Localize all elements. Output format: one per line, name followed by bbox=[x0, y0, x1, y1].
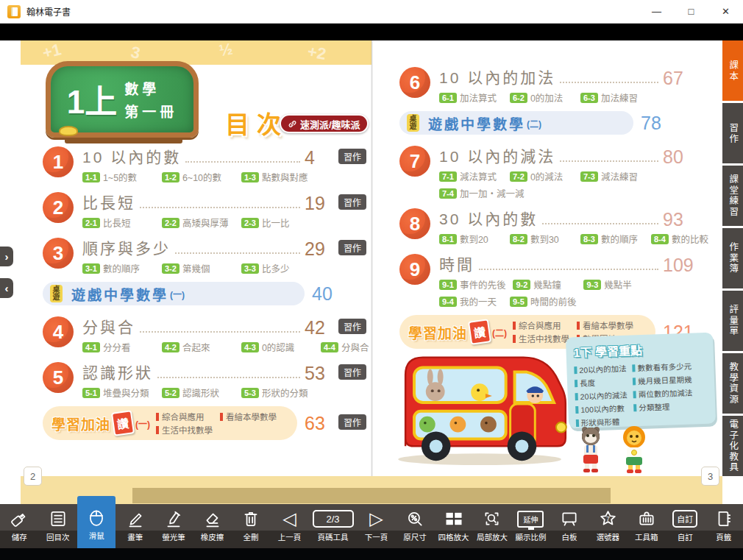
subsection-link[interactable]: 8-3 數的順序 bbox=[580, 232, 644, 246]
subsection-link[interactable]: 8-4 數的比較 bbox=[651, 232, 714, 246]
subsection-link[interactable]: 3-3 比多少 bbox=[241, 261, 312, 275]
subsection-link[interactable]: 7-4 加一加・減一減 bbox=[439, 186, 524, 200]
sidebar-tab-textbook[interactable]: 課本 bbox=[722, 40, 743, 101]
board-game-pill[interactable]: 桌遊 遊戲中學數學 (二) bbox=[399, 111, 633, 135]
sidebar-tab-class-practice[interactable]: 課堂練習 bbox=[722, 166, 743, 226]
subsection-label: 事件的先後 bbox=[460, 277, 506, 291]
side-nav-forward-button[interactable]: › bbox=[0, 247, 13, 266]
chapter-row[interactable]: 7 10 以內的減法 80 7-1 減法算式 7-2 0的減法 7-3 減法練習… bbox=[399, 144, 695, 200]
workbook-badge[interactable]: 習作 bbox=[338, 194, 366, 210]
minimize-button[interactable]: — bbox=[639, 0, 674, 23]
save-button[interactable]: 儲存 bbox=[0, 504, 38, 548]
subsection-link[interactable]: 9-5 時間的前後 bbox=[510, 294, 576, 308]
back-to-toc-button[interactable]: 回目次 bbox=[38, 504, 77, 548]
mouse-tool-button[interactable]: 滑鼠 bbox=[77, 496, 115, 548]
highlighter-tool-button[interactable]: 螢光筆 bbox=[154, 504, 193, 548]
next-page-button[interactable]: ▷ 下一頁 bbox=[357, 504, 395, 548]
chapter-row[interactable]: 3 順序與多少 29 習作 3-1 數的順序 3-2 第幾個 3-3 比多少 bbox=[43, 236, 366, 275]
subsection-link[interactable]: 2-1 比長短 bbox=[82, 216, 153, 230]
subsection-link[interactable]: 1-2 6~10的數 bbox=[162, 170, 232, 184]
chapter-row[interactable]: 9 時間 109 9-1 事件的先後 9-2 幾點鐘 9-3 幾點半 9-4 bbox=[399, 252, 695, 308]
chapter-title[interactable]: 分與合 bbox=[82, 315, 135, 337]
subsection-link[interactable]: 5-2 認識形狀 bbox=[162, 386, 232, 400]
subsection-link[interactable]: 1-1 1~5的數 bbox=[82, 170, 153, 184]
learning-boost-pill[interactable]: 學習加油 讚 (一) 綜合與應用 看繪本學數學 生活中找數學 bbox=[43, 406, 297, 440]
workbook-badge[interactable]: 習作 bbox=[338, 319, 366, 334]
board-game-part: (一) bbox=[170, 288, 185, 300]
subsection-link[interactable]: 5-1 堆疊與分類 bbox=[82, 386, 153, 400]
chapter-row[interactable]: 2 比長短 19 習作 2-1 比長短 2-2 高矮與厚薄 2-3 比一比 bbox=[43, 191, 366, 230]
subsection-link[interactable]: 6-3 加法練習 bbox=[580, 91, 644, 104]
sidebar-tab-teaching-resources[interactable]: 教學資源 bbox=[722, 353, 743, 414]
subsection-link[interactable]: 6-2 0的加法 bbox=[510, 91, 573, 104]
subsection-link[interactable]: 8-2 數到30 bbox=[510, 232, 573, 246]
subsection-link[interactable]: 2-3 比一比 bbox=[241, 216, 312, 230]
sidebar-tab-workbook[interactable]: 習作 bbox=[722, 103, 743, 163]
learning-boost-row[interactable]: 學習加油 讚 (一) 綜合與應用 看繪本學數學 生活中找數學 63 習作 bbox=[43, 406, 366, 440]
chapter-row[interactable]: 4 分與合 42 習作 4-1 分分看 4-2 合起來 4-3 0的認識 4-4 bbox=[43, 315, 366, 354]
subsection-link[interactable]: 4-3 0的認識 bbox=[241, 340, 312, 354]
original-size-button[interactable]: 原尺寸 bbox=[396, 504, 434, 548]
page-tabs-button[interactable]: 頁籤 bbox=[705, 504, 743, 548]
partial-zoom-button[interactable]: 局部放大 bbox=[473, 504, 511, 548]
subsection-link[interactable]: 7-1 減法算式 bbox=[439, 169, 502, 183]
board-game-row[interactable]: 桌遊 遊戲中學數學 (二) 78 bbox=[399, 111, 695, 135]
learning-points-col2: 數數看有多少元 幾月幾日星期幾 兩位數的加減法 分類整理 bbox=[632, 361, 693, 427]
toolbar-label: 上一頁 bbox=[278, 531, 302, 542]
workbook-badge[interactable]: 習作 bbox=[338, 149, 366, 164]
page-indicator[interactable]: 2/3 bbox=[313, 510, 354, 528]
subsection-link[interactable]: 2-2 高矮與厚薄 bbox=[162, 216, 232, 230]
chapter-title[interactable]: 10 以內的數 bbox=[82, 145, 181, 167]
chapter-row[interactable]: 6 10 以內的加法 67 6-1 加法算式 6-2 0的加法 6-3 加法練習 bbox=[399, 65, 695, 104]
previous-page-button[interactable]: ◁ 上一頁 bbox=[270, 504, 308, 548]
eraser-tool-button[interactable]: 橡皮擦 bbox=[193, 504, 231, 548]
chapter-row[interactable]: 5 認識形狀 53 習作 5-1 堆疊與分類 5-2 認識形狀 5-3 形狀的分… bbox=[43, 361, 366, 400]
chapter-title[interactable]: 順序與多少 bbox=[82, 236, 171, 258]
page-number-tool-button[interactable]: 2/3 頁碼工具 bbox=[309, 504, 358, 548]
custom-button[interactable]: 自訂 自訂 bbox=[666, 504, 704, 548]
chapter-title[interactable]: 時間 bbox=[439, 252, 474, 274]
subsection-link[interactable]: 3-2 第幾個 bbox=[162, 261, 232, 275]
whiteboard-button[interactable]: 白板 bbox=[550, 504, 589, 548]
subsection-link[interactable]: 1-3 點數與對應 bbox=[241, 170, 312, 184]
subsection-link[interactable]: 6-1 加法算式 bbox=[439, 91, 502, 104]
delete-all-button[interactable]: 全刪 bbox=[232, 504, 270, 548]
sidebar-tab-assessment[interactable]: 評量單 bbox=[722, 291, 743, 351]
subsection-link[interactable]: 4-1 分分看 bbox=[82, 340, 153, 354]
subsection-link[interactable]: 7-3 減法練習 bbox=[580, 169, 644, 183]
maximize-button[interactable]: □ bbox=[674, 0, 708, 23]
subsection-link[interactable]: 7-2 0的減法 bbox=[510, 169, 573, 183]
subsection-link[interactable]: 9-4 我的一天 bbox=[439, 294, 502, 308]
chapter-title[interactable]: 10 以內的減法 bbox=[439, 144, 555, 166]
workbook-badge[interactable]: 習作 bbox=[338, 364, 366, 380]
subsection-link[interactable]: 5-3 形狀的分類 bbox=[241, 386, 312, 400]
subsection-link[interactable]: 9-3 幾點半 bbox=[583, 277, 647, 291]
subsection-link[interactable]: 8-1 數到20 bbox=[439, 232, 502, 246]
chapter-title[interactable]: 10 以內的加法 bbox=[439, 65, 555, 88]
horizontal-scrollbar-thumb[interactable] bbox=[132, 488, 611, 503]
quick-test-link-button[interactable]: 速測派/趣味派 bbox=[280, 114, 369, 133]
chapter-title[interactable]: 30 以內的數 bbox=[439, 207, 538, 229]
side-nav-back-button[interactable]: ‹ bbox=[0, 278, 13, 298]
chapter-title[interactable]: 認識形狀 bbox=[82, 361, 153, 383]
subsection-link[interactable]: 4-2 合起來 bbox=[162, 340, 232, 354]
close-button[interactable]: ✕ bbox=[708, 0, 743, 23]
sidebar-tab-homework-book[interactable]: 作業簿 bbox=[722, 228, 743, 288]
subsection-link[interactable]: 9-2 幾點鐘 bbox=[513, 277, 576, 291]
subsection-link[interactable]: 3-1 數的順序 bbox=[82, 261, 153, 275]
four-grid-zoom-button[interactable]: 四格放大 bbox=[434, 504, 472, 548]
workbook-badge[interactable]: 習作 bbox=[338, 240, 366, 255]
workbook-badge[interactable]: 習作 bbox=[338, 414, 366, 430]
board-game-row[interactable]: 桌遊 遊戲中學數學 (一) 40 bbox=[43, 282, 366, 305]
pen-tool-button[interactable]: 畫筆 bbox=[115, 504, 154, 548]
display-ratio-button[interactable]: 延伸 顯示比例 bbox=[511, 504, 550, 548]
toolbox-button[interactable]: 工具箱 bbox=[628, 504, 666, 548]
chapter-row[interactable]: 8 30 以內的數 93 8-1 數到20 8-2 數到30 8-3 數的順序 … bbox=[399, 207, 695, 246]
sidebar-tab-digital-tools[interactable]: 電子化教具 bbox=[722, 416, 743, 476]
sidebar-tab-label: 課堂練習 bbox=[728, 174, 738, 217]
subsection-link[interactable]: 9-1 事件的先後 bbox=[439, 277, 505, 291]
chapter-row[interactable]: 1 10 以內的數 4 習作 1-1 1~5的數 1-2 6~10的數 1-3 … bbox=[43, 145, 366, 184]
chapter-title[interactable]: 比長短 bbox=[82, 191, 135, 213]
number-picker-button[interactable]: 7 選號器 bbox=[589, 504, 627, 548]
board-game-pill[interactable]: 桌遊 遊戲中學數學 (一) bbox=[43, 282, 305, 305]
